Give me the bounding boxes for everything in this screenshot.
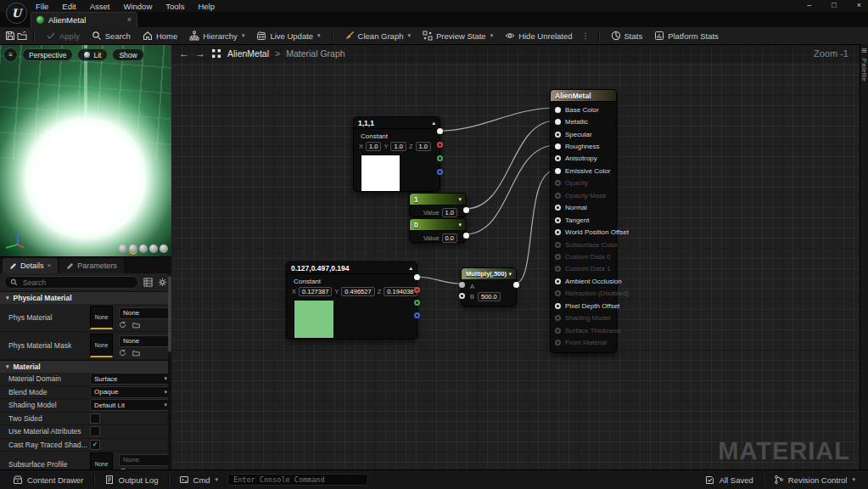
material-output-pin[interactable]: Pixel Depth Offset — [551, 300, 616, 312]
output-pin-b[interactable] — [414, 312, 420, 318]
subsurface-profile-dropdown[interactable]: None ▾ — [119, 454, 171, 466]
collapse-icon[interactable]: ▴ — [409, 265, 412, 272]
tab-alienmetal[interactable]: AlienMetal × — [31, 12, 137, 27]
pin-dot[interactable] — [555, 217, 561, 223]
menu-window[interactable]: Window — [116, 2, 159, 11]
breadcrumb-current[interactable]: Material Graph — [286, 48, 344, 59]
cmd-button[interactable]: Cmd ▾ — [173, 475, 225, 485]
section-material[interactable]: ▾ Material — [0, 360, 171, 373]
b-value-field[interactable]: 500.0 — [478, 292, 501, 301]
preview-state-button[interactable]: Preview State ▾ — [417, 29, 498, 42]
collapse-icon[interactable]: ▴ — [432, 120, 435, 126]
output-pin-rgb[interactable] — [437, 128, 443, 134]
browse-asset-icon[interactable] — [132, 349, 140, 357]
menu-tools[interactable]: Tools — [159, 2, 191, 11]
cube-mesh-button[interactable] — [149, 244, 158, 253]
node-header[interactable]: AlienMetal — [551, 90, 616, 102]
view-options-icon[interactable] — [143, 278, 153, 288]
node-scalar-zero[interactable]: 0 ▾ Value 0.0 — [409, 218, 467, 243]
output-pin[interactable] — [463, 207, 469, 213]
gear-icon[interactable] — [157, 278, 167, 288]
node-multiply[interactable]: Multiply(,500) ▾ A B 500.0 — [461, 267, 517, 306]
menu-edit[interactable]: Edit — [55, 2, 82, 11]
phys-material-dropdown[interactable]: None ▾ — [119, 307, 171, 319]
node-header[interactable]: 1,1,1 ▴ — [354, 117, 440, 129]
pin-dot[interactable] — [555, 278, 561, 284]
cylinder-mesh-button[interactable] — [119, 244, 127, 253]
console-command-input[interactable] — [227, 474, 368, 486]
material-domain-dropdown[interactable]: Surface ▾ — [90, 373, 171, 385]
pin-dot[interactable] — [555, 107, 561, 113]
hide-unrelated-button[interactable]: Hide Unrelated — [500, 29, 577, 42]
menu-help[interactable]: Help — [191, 2, 221, 11]
back-icon[interactable]: ← — [179, 48, 189, 59]
preview-viewport[interactable]: ≡ Perspective Lit Show — [0, 44, 171, 256]
material-output-pin[interactable]: Normal — [551, 202, 616, 214]
pin-dot[interactable] — [555, 229, 561, 235]
minimize-icon[interactable]: – — [807, 1, 811, 9]
material-output-pin[interactable]: Specular — [551, 128, 616, 140]
material-output-pin[interactable]: Tangent — [551, 214, 616, 226]
output-pin-g[interactable] — [414, 300, 420, 306]
details-search-box[interactable] — [4, 276, 138, 289]
asset-thumbnail[interactable]: None — [90, 452, 113, 470]
phys-material-mask-dropdown[interactable]: None ▾ — [119, 335, 171, 347]
platform-stats-button[interactable]: Platform Stats — [649, 29, 724, 42]
custom-mesh-button[interactable] — [160, 244, 168, 253]
pin-dot[interactable] — [555, 205, 561, 211]
pin-dot[interactable] — [555, 132, 561, 138]
tab-close-icon[interactable]: × — [127, 16, 132, 24]
clean-graph-button[interactable]: Clean Graph ▾ — [339, 29, 416, 42]
shading-model-dropdown[interactable]: Default Lit ▾ — [90, 399, 171, 411]
perspective-button[interactable]: Perspective — [22, 48, 73, 61]
browse-asset-icon[interactable] — [132, 321, 140, 329]
node-header[interactable]: Multiply(,500) ▾ — [462, 268, 516, 280]
pin-dot[interactable] — [555, 168, 561, 174]
save-icon[interactable] — [5, 31, 15, 41]
live-update-button[interactable]: Live Update ▾ — [251, 29, 325, 42]
y-value-field[interactable]: 0.496527 — [341, 287, 374, 296]
tab-parameters[interactable]: Parameters — [59, 258, 124, 273]
tab-details[interactable]: Details × — [3, 258, 58, 273]
pin-dot[interactable] — [555, 303, 561, 309]
lit-button[interactable]: Lit — [77, 48, 108, 61]
collapse-icon[interactable]: ▾ — [458, 196, 462, 203]
node-header[interactable]: 1 ▾ — [410, 194, 466, 205]
pin-dot[interactable] — [555, 119, 561, 125]
material-output-pin[interactable]: Anisotropy — [551, 153, 616, 165]
output-pin-g[interactable] — [437, 155, 443, 161]
maximize-icon[interactable]: □ — [832, 1, 836, 9]
palette-side-tab[interactable]: Palette — [860, 44, 868, 470]
value-field[interactable]: 1.0 — [442, 208, 457, 217]
use-material-attributes-checkbox[interactable] — [90, 426, 100, 436]
z-value-field[interactable]: 0.194038 — [384, 287, 417, 296]
use-selected-asset-icon[interactable] — [119, 321, 126, 329]
material-graph-canvas[interactable]: ← → AlienMetal > Material Graph Zoom -1 … — [171, 44, 860, 470]
output-pin[interactable] — [463, 233, 469, 239]
apply-button[interactable]: Apply — [41, 29, 85, 42]
output-pin[interactable] — [513, 282, 519, 288]
toolbar-options-icon[interactable]: ⋮ — [580, 31, 592, 40]
content-drawer-button[interactable]: Content Drawer — [7, 475, 90, 485]
x-value-field[interactable]: 0.127387 — [299, 287, 332, 296]
output-pin-r[interactable] — [437, 142, 443, 148]
plane-mesh-button[interactable] — [139, 244, 148, 253]
revision-control-button[interactable]: Revision Control ▾ — [768, 475, 861, 485]
close-icon[interactable]: × — [857, 1, 861, 9]
blend-mode-dropdown[interactable]: Opaque ▾ — [90, 386, 171, 398]
browse-to-asset-icon[interactable] — [17, 31, 27, 41]
search-button[interactable]: Search — [87, 29, 136, 42]
all-saved-button[interactable]: All Saved — [699, 475, 759, 485]
section-physical-material[interactable]: ▾ Physical Material — [0, 291, 171, 304]
node-scalar-one[interactable]: 1 ▾ Value 1.0 — [409, 193, 467, 217]
two-sided-checkbox[interactable] — [90, 413, 100, 424]
asset-thumbnail[interactable]: None — [90, 306, 113, 329]
material-output-pin[interactable]: Emissive Color — [551, 165, 616, 177]
node-constant-111[interactable]: 1,1,1 ▴ Constant X 1.0 Y 1.0 Z 1.0 — [353, 116, 440, 192]
asset-thumbnail[interactable]: None — [90, 334, 113, 357]
home-button[interactable]: Home — [137, 29, 182, 42]
node-constant-green[interactable]: 0.127,0.497,0.194 ▴ Constant X 0.127387 … — [286, 261, 417, 340]
node-material-output[interactable]: AlienMetal Base ColorMetallicSpecularRou… — [550, 89, 617, 353]
node-header[interactable]: 0 ▾ — [410, 219, 466, 231]
pin-dot[interactable] — [555, 143, 561, 149]
